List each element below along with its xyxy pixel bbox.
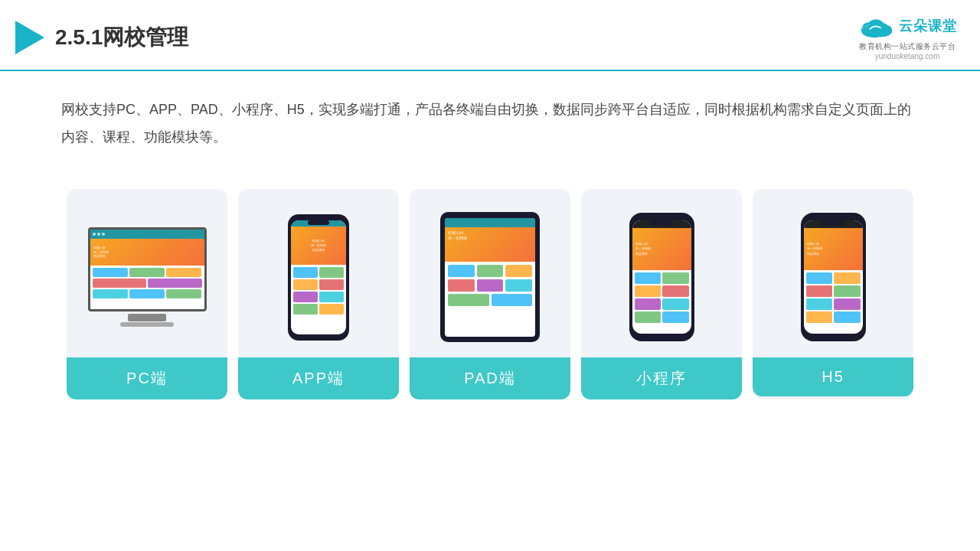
h5-phone-body: [804, 270, 863, 327]
mini-card: [635, 272, 662, 284]
mini-hero-text: 职通人的第一堂网课精品课程: [635, 242, 651, 256]
mini-card: [448, 294, 489, 306]
screen-row: [93, 289, 202, 298]
tablet-body: [445, 262, 535, 309]
mini-card: [492, 294, 533, 306]
mini-phone-screen: 职通人的第一堂网课精品课程: [632, 220, 691, 334]
mini-card: [293, 292, 318, 302]
mini-card: [319, 267, 344, 278]
mini-row: [806, 311, 861, 323]
mini-card: [448, 279, 475, 292]
mini-card: [806, 272, 833, 284]
mini-card: [834, 311, 861, 323]
logo-sub-text: 教育机构一站式服务云平台: [859, 38, 956, 52]
logo-area: 云朵课堂 教育机构一站式服务云平台 yunduoketang.com: [858, 14, 957, 60]
mini-card: [806, 311, 833, 323]
card-h5-image: 职通人的第一堂网课精品课程: [753, 189, 913, 357]
mini-card: [477, 279, 504, 292]
card-pad: 职通人的第一堂网课: [410, 189, 570, 399]
card-pc: 职通人的第一堂网课精品课程: [67, 189, 227, 399]
screen-body: [90, 266, 204, 301]
play-icon: [15, 21, 44, 54]
hero-text: 职通人的第一堂网课精品课程: [93, 246, 109, 259]
tablet-screen: 职通人的第一堂网课: [445, 218, 535, 337]
mini-card: [166, 289, 201, 298]
tablet-row: [448, 265, 532, 277]
mini-card: [806, 298, 833, 310]
mini-card: [834, 272, 861, 284]
logo-text-cn: 云朵课堂: [899, 17, 957, 35]
card-mini-image: 职通人的第一堂网课精品课程: [581, 189, 742, 357]
mini-card: [148, 279, 202, 288]
card-h5: 职通人的第一堂网课精品课程: [753, 189, 913, 399]
card-pad-label: PAD端: [410, 357, 570, 399]
mini-card: [293, 267, 318, 278]
page-title: 2.5.1网校管理: [55, 23, 188, 52]
phone-notch: [308, 220, 329, 225]
tablet-hero-text: 职通人的第一堂网课: [448, 230, 532, 242]
monitor-mockup: 职通人的第一堂网课精品课程: [88, 227, 207, 327]
phone-hero-text: 职通人的第一堂网课精品课程: [311, 239, 326, 253]
card-h5-label: H5: [753, 357, 913, 396]
tablet-hero: 职通人的第一堂网课: [445, 227, 535, 262]
monitor-screen: 职通人的第一堂网课精品课程: [88, 227, 207, 311]
mini-card: [129, 289, 165, 298]
mini-card: [448, 265, 475, 277]
header: 2.5.1网校管理 云朵课堂 教育机构一站式服务云平台 yunduoketang…: [0, 0, 980, 71]
nav-dot: [97, 233, 100, 236]
mini-phone-hero: 职通人的第一堂网课精品课程: [632, 228, 691, 270]
mini-card: [93, 279, 147, 288]
cloud-icon: [858, 14, 894, 38]
logo-cloud: 云朵课堂: [858, 14, 957, 38]
mini-card: [834, 285, 861, 297]
screen-row: [93, 279, 202, 288]
mini-card: [166, 268, 201, 277]
h5-phone-mockup: 职通人的第一堂网课精品课程: [801, 213, 866, 341]
phone-mockup: 职通人的第一堂网课精品课程: [288, 214, 349, 341]
h5-phone-notch: [822, 220, 844, 226]
phone-row: [293, 267, 344, 278]
cards-container: 职通人的第一堂网课精品课程: [0, 174, 980, 399]
mini-card: [662, 311, 689, 323]
phone-screen: 职通人的第一堂网课精品课程: [291, 220, 346, 334]
h5-phone-hero: 职通人的第一堂网课精品课程: [804, 228, 863, 270]
mini-row: [806, 272, 861, 284]
mini-card: [293, 279, 318, 290]
mini-phone-notch: [650, 220, 673, 226]
mini-row: [635, 285, 689, 297]
card-pad-image: 职通人的第一堂网课: [410, 189, 570, 357]
mini-card: [834, 298, 861, 310]
mini-card: [93, 289, 128, 298]
phone-row: [293, 292, 344, 302]
mini-phone-body: [632, 270, 691, 327]
mini-card: [635, 285, 662, 297]
mini-card: [505, 265, 532, 277]
mini-card: [477, 265, 504, 277]
mini-card: [635, 298, 662, 310]
mini-phone-mockup: 职通人的第一堂网课精品课程: [629, 213, 694, 341]
tablet-row: [448, 279, 532, 292]
card-pc-image: 职通人的第一堂网课精品课程: [67, 189, 227, 357]
mini-card: [662, 272, 689, 284]
screen-nav: [90, 230, 204, 239]
mini-row: [806, 298, 861, 310]
mini-card: [319, 304, 344, 315]
card-pc-label: PC端: [67, 357, 227, 399]
mini-card: [129, 268, 165, 277]
phone-row: [293, 279, 344, 290]
card-app-image: 职通人的第一堂网课精品课程: [238, 189, 399, 357]
nav-dot: [93, 233, 96, 236]
monitor-base: [120, 322, 174, 327]
screen-row: [93, 268, 202, 277]
mini-card: [293, 304, 318, 315]
card-app-label: APP端: [238, 357, 399, 399]
mini-card: [93, 268, 128, 277]
screen-hero: 职通人的第一堂网课精品课程: [90, 239, 204, 266]
tablet-nav: [445, 218, 535, 227]
phone-row: [293, 304, 344, 315]
mini-card: [662, 298, 689, 310]
tablet-mockup: 职通人的第一堂网课: [440, 212, 540, 342]
mini-row: [635, 298, 689, 310]
mini-row: [806, 285, 861, 297]
tablet-row: [448, 294, 532, 306]
